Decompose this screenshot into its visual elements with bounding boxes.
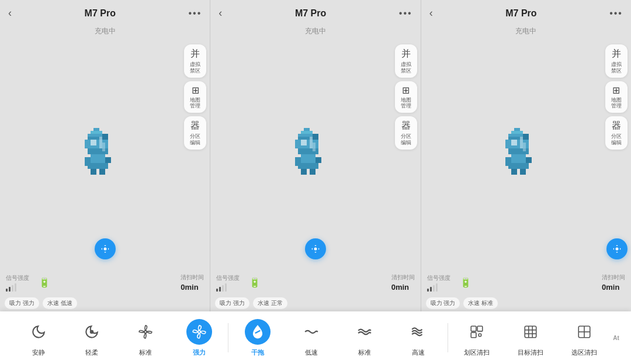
virtual-icon: 并 — [190, 48, 200, 60]
strong-label: 强力 — [193, 348, 206, 357]
bottom-toolbar: 安静 轻柔 标准 强力 — [0, 311, 631, 364]
panel-2-virtual-btn[interactable]: 并 虚拟禁区 — [395, 44, 417, 78]
panel-3-signal: 信号强度 — [427, 274, 450, 292]
toolbar-fast-water[interactable]: 高速 — [391, 319, 445, 357]
panel-3-status: 充电中 — [421, 24, 631, 39]
toolbar-normal-water[interactable]: 标准 — [338, 319, 391, 357]
svg-rect-45 — [508, 163, 529, 169]
bar-3 — [12, 285, 13, 292]
svg-point-50 — [615, 248, 618, 251]
bar-4 — [15, 283, 16, 292]
panel-1-content: 并 虚拟禁区 ⊞ 地图管理 器 分区编辑 — [0, 39, 210, 270]
panel-2-header: ‹ M7 Pro ••• — [210, 0, 420, 24]
panel-3-robot — [505, 128, 546, 181]
panel-1-robot-area — [0, 39, 210, 270]
panel-2-zone-btn[interactable]: 器 分区编辑 — [395, 116, 417, 150]
virtual-label-2: 虚拟禁区 — [401, 61, 411, 74]
svg-rect-27 — [316, 157, 321, 163]
panel-3-more[interactable]: ••• — [609, 8, 623, 19]
toolbar-target[interactable]: 目标清扫 — [504, 319, 557, 357]
strong-fan-icon — [192, 324, 207, 339]
panel-1-move-btn[interactable] — [95, 238, 116, 259]
svg-rect-10 — [105, 157, 111, 163]
panel-3-move-btn[interactable] — [606, 238, 627, 259]
panel-2-water-chip[interactable]: 水速 正常 — [253, 297, 287, 309]
toolbar-standard-fan[interactable]: 标准 — [119, 319, 172, 357]
panel-1-settings: 吸力 强力 水速 低速 — [0, 295, 210, 311]
svg-rect-25 — [301, 154, 316, 163]
sweep-time-label-3: 清扫时间 — [602, 273, 625, 282]
gentle-icon-wrap — [79, 319, 105, 345]
zone-edit-label-2: 分区编辑 — [401, 133, 411, 146]
svg-rect-13 — [99, 169, 105, 175]
panel-3-map-btn[interactable]: ⊞ 地图管理 — [605, 81, 627, 113]
panel-3-header: ‹ M7 Pro ••• — [421, 0, 631, 24]
panel-2-info: 信号强度 🔋 清扫时间 0min — [210, 270, 420, 295]
svg-rect-49 — [523, 143, 526, 151]
panel-1-map-btn[interactable]: ⊞ 地图管理 — [184, 81, 206, 113]
panel-2-back[interactable]: ‹ — [219, 7, 222, 19]
toolbar-gentle[interactable]: 轻柔 — [65, 319, 119, 357]
bar-1b — [216, 289, 218, 292]
toolbar-zone-clean[interactable]: 划区清扫 — [450, 319, 504, 357]
svg-rect-56 — [471, 332, 477, 338]
panel-1-zone-btn[interactable]: 器 分区编辑 — [184, 116, 206, 150]
panel-1-more[interactable]: ••• — [189, 8, 202, 19]
svg-rect-44 — [526, 157, 532, 163]
fan-icon — [138, 324, 153, 339]
panel-2-move-btn[interactable] — [305, 238, 326, 259]
panel-3-sidebar: 并 虚拟禁区 ⊞ 地图管理 器 分区编辑 — [605, 44, 627, 150]
toolbar-strong[interactable]: 强力 — [172, 319, 226, 357]
fast-water-label: 高速 — [412, 348, 425, 357]
toolbar-room[interactable]: 选区清扫 — [557, 319, 611, 357]
target-icon — [523, 324, 538, 339]
standard-fan-label: 标准 — [139, 348, 152, 357]
panel-1-water-chip[interactable]: 水速 低速 — [43, 297, 77, 309]
panel-1-robot — [85, 128, 126, 181]
svg-rect-48 — [520, 137, 523, 148]
signal-bars — [6, 283, 16, 292]
panel-2-title: M7 Pro — [295, 8, 326, 19]
toolbar-slow[interactable]: 低速 — [285, 319, 338, 357]
svg-rect-8 — [91, 154, 105, 163]
standard-fan-icon-wrap — [133, 319, 158, 345]
sweep-time-value-2: 0min — [391, 283, 409, 292]
virtual-icon-3: 并 — [612, 48, 621, 60]
panel-1-virtual-btn[interactable]: 并 虚拟禁区 — [184, 44, 206, 78]
panel-1-sidebar: 并 虚拟禁区 ⊞ 地图管理 器 分区编辑 — [184, 44, 206, 150]
wave3-icon — [411, 324, 426, 339]
panel-2-robot — [295, 128, 336, 181]
panel-1-back[interactable]: ‹ — [8, 7, 12, 19]
panel-2-battery: 🔋 — [249, 277, 261, 288]
room-icon-wrap — [571, 319, 597, 345]
zone-icon — [469, 324, 484, 339]
panel-3-water-chip[interactable]: 水速 标准 — [463, 297, 498, 309]
panel-3-suction-chip[interactable]: 吸力 强力 — [426, 297, 460, 309]
toolbar-dry-mop[interactable]: 干拖 — [231, 319, 285, 357]
panel-2-map-btn[interactable]: ⊞ 地图管理 — [395, 81, 417, 113]
zone-clean-icon-wrap — [464, 319, 490, 345]
panel-1-suction-chip[interactable]: 吸力 强力 — [5, 297, 39, 309]
normal-water-label: 标准 — [358, 348, 371, 357]
quiet-label: 安静 — [32, 348, 45, 357]
sweep-time-label-2: 清扫时间 — [391, 273, 415, 282]
panel-3: ‹ M7 Pro ••• 充电中 并 虚拟禁区 ⊞ 地图管理 器 分区编辑 — [421, 0, 631, 311]
bar-3c — [433, 285, 435, 292]
svg-rect-57 — [479, 334, 481, 336]
panel-3-virtual-btn[interactable]: 并 虚拟禁区 — [605, 44, 627, 78]
wave1-icon — [304, 324, 319, 339]
svg-rect-29 — [301, 169, 307, 175]
svg-point-16 — [103, 248, 106, 251]
svg-rect-46 — [511, 169, 517, 175]
svg-rect-15 — [102, 143, 105, 151]
panel-3-zone-btn[interactable]: 器 分区编辑 — [605, 116, 627, 150]
bar-2 — [9, 287, 11, 292]
panel-3-back[interactable]: ‹ — [429, 7, 433, 19]
signal-label-3: 信号强度 — [427, 274, 450, 282]
panel-2-more[interactable]: ••• — [399, 8, 412, 19]
dry-mop-label: 干拖 — [251, 348, 264, 357]
panel-2-suction-chip[interactable]: 吸力 强力 — [215, 297, 249, 309]
panel-2-signal: 信号强度 — [216, 274, 240, 292]
toolbar-quiet[interactable]: 安静 — [12, 319, 65, 357]
svg-rect-40 — [511, 140, 517, 145]
